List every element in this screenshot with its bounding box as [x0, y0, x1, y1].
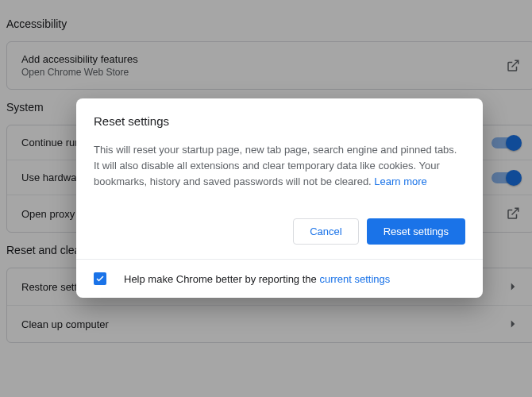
report-checkbox[interactable]	[94, 272, 106, 285]
dialog-actions: Cancel Reset settings	[94, 218, 465, 245]
check-icon	[95, 274, 105, 283]
cancel-button[interactable]: Cancel	[293, 218, 358, 245]
reset-settings-button[interactable]: Reset settings	[367, 218, 465, 245]
dialog-title: Reset settings	[94, 114, 465, 128]
dialog-footer-text: Help make Chrome better by reporting the…	[124, 273, 390, 285]
learn-more-link[interactable]: Learn more	[374, 175, 426, 187]
dialog-footer: Help make Chrome better by reporting the…	[76, 259, 483, 298]
dialog-body-text: This will reset your startup page, new t…	[94, 142, 465, 190]
reset-settings-dialog: Reset settings This will reset your star…	[76, 98, 483, 298]
footer-prefix: Help make Chrome better by reporting the	[124, 273, 319, 285]
current-settings-link[interactable]: current settings	[319, 273, 390, 285]
